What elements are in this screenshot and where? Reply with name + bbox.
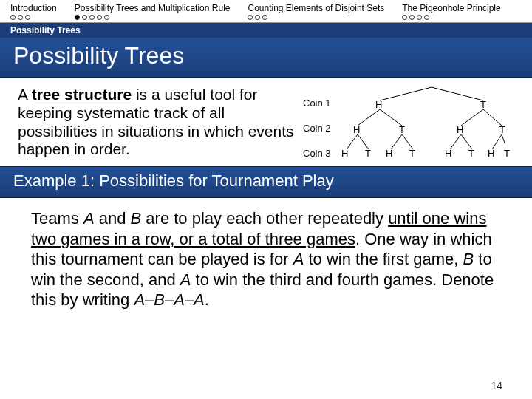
svg-line-11	[461, 134, 472, 149]
nav-label: Counting Elements of Disjoint Sets	[248, 3, 384, 13]
tree-node: H	[353, 124, 360, 135]
intro-keyword: tree structure	[32, 86, 132, 103]
tree-node: H	[445, 148, 451, 159]
intro-text: A tree structure is a useful tool for ke…	[18, 86, 299, 159]
tree-node: T	[480, 99, 486, 110]
team-a: A	[83, 209, 95, 228]
tree-node: T	[468, 148, 474, 159]
svg-line-4	[461, 109, 483, 126]
nav-label: Introduction	[10, 3, 57, 13]
nav-sec-possibility[interactable]: Possibility Trees and Multiplication Rul…	[64, 0, 238, 22]
nav-sec-pigeonhole[interactable]: The Pigeonhole Principle	[392, 0, 508, 22]
page-number: 14	[491, 380, 502, 392]
svg-line-0	[380, 87, 432, 100]
svg-line-5	[483, 109, 502, 126]
nav-dots	[402, 15, 500, 20]
tree-node: H	[341, 148, 348, 159]
svg-line-6	[347, 134, 358, 149]
team-b: B	[131, 209, 142, 228]
nav-dots	[248, 15, 384, 20]
tree-node: T	[409, 148, 415, 159]
svg-line-9	[402, 134, 413, 149]
tree-node: H	[488, 148, 494, 159]
sequence: A–B–A–A	[134, 290, 204, 309]
nav-tabs: Introduction Possibility Trees and Multi…	[0, 0, 532, 23]
tree-node: T	[365, 148, 371, 159]
tree-node: T	[499, 124, 505, 135]
svg-line-1	[432, 87, 483, 100]
svg-line-10	[450, 134, 461, 149]
tree-diagram: Coin 1 Coin 2 Coin 3	[299, 86, 522, 159]
tree-lines-icon	[299, 86, 505, 160]
svg-line-12	[492, 134, 502, 149]
tree-node: T	[504, 148, 510, 159]
svg-line-8	[391, 134, 402, 149]
nav-dots	[10, 15, 57, 20]
example-paragraph: Teams A and B are to play each other rep…	[0, 198, 532, 313]
nav-sec-counting[interactable]: Counting Elements of Disjoint Sets	[237, 0, 392, 22]
tree-node: H	[457, 124, 463, 135]
svg-line-3	[380, 109, 402, 126]
content-row: A tree structure is a useful tool for ke…	[0, 78, 532, 163]
nav-label: The Pigeonhole Principle	[402, 3, 500, 13]
example-heading: Example 1: Possibilities for Tournament …	[0, 166, 532, 198]
nav-sec-intro[interactable]: Introduction	[0, 0, 64, 22]
svg-line-13	[502, 134, 505, 149]
tree-node: H	[375, 99, 382, 110]
svg-line-2	[358, 109, 380, 126]
nav-dots	[75, 15, 231, 20]
tree-node: T	[399, 124, 405, 135]
svg-line-7	[358, 134, 369, 149]
intro-before: A	[18, 86, 32, 103]
nav-label: Possibility Trees and Multiplication Rul…	[75, 3, 231, 13]
tree-node: H	[386, 148, 392, 159]
page-title: Possibility Trees	[0, 38, 532, 78]
breadcrumb: Possibility Trees	[0, 23, 532, 38]
